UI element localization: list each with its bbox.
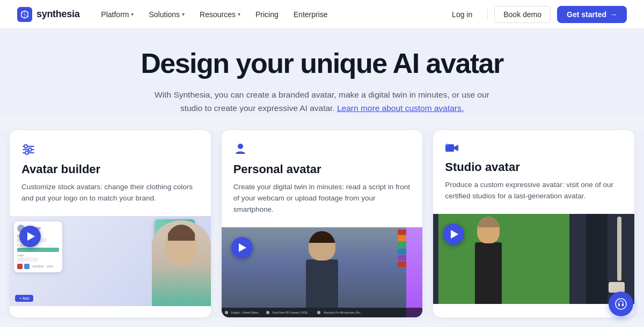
chevron-down-icon: ▾ xyxy=(131,11,134,17)
chevron-down-icon: ▾ xyxy=(238,11,240,17)
book-demo-button[interactable]: Book demo xyxy=(494,6,551,23)
svg-point-6 xyxy=(25,151,28,154)
nav-pricing[interactable]: Pricing xyxy=(249,7,285,22)
svg-point-9 xyxy=(447,144,449,146)
get-started-button[interactable]: Get started → xyxy=(557,6,627,23)
cards-section: Avatar builder Customize stock avatars: … xyxy=(0,130,644,317)
play-icon xyxy=(451,230,458,239)
nav-platform[interactable]: Platform ▾ xyxy=(94,7,140,22)
nav-solutions[interactable]: Solutions ▾ xyxy=(142,7,191,22)
chevron-down-icon: ▾ xyxy=(182,11,185,17)
headset-icon xyxy=(615,298,627,310)
support-chat-button[interactable] xyxy=(609,292,633,316)
nav-divider xyxy=(487,9,488,20)
card-title: Studio avatar xyxy=(445,160,623,174)
navbar: synthesia Platform ▾ Solutions ▾ Resourc… xyxy=(0,0,644,29)
person-icon xyxy=(233,142,411,156)
svg-point-4 xyxy=(24,145,27,148)
nav-right: Log in Book demo Get started → xyxy=(443,6,627,23)
card-personal-avatar: Personal avatar Create your digital twin… xyxy=(222,130,423,317)
synthesia-logo-icon xyxy=(17,7,32,22)
svg-point-5 xyxy=(28,148,32,151)
hero-section: Design your unique AI avatar With Synthe… xyxy=(0,29,644,115)
studio-equipment xyxy=(609,217,630,302)
play-icon xyxy=(239,243,246,252)
avatar-preview xyxy=(152,220,211,306)
arrow-icon: → xyxy=(610,10,617,19)
card-media: English - United States FaceTime HD Came… xyxy=(222,227,423,317)
card-desc: Customize stock avatars: change their cl… xyxy=(21,182,199,204)
card-content: Avatar builder Customize stock avatars: … xyxy=(10,130,211,212)
card-desc: Create your digital twin in minutes: rea… xyxy=(233,182,411,215)
card-media xyxy=(433,214,634,304)
logo[interactable]: synthesia xyxy=(17,7,79,22)
card-desc: Produce a custom expressive avatar: visi… xyxy=(445,180,623,202)
svg-point-7 xyxy=(238,144,243,149)
card-title: Personal avatar xyxy=(233,162,411,176)
logo-text: synthesia xyxy=(36,9,79,20)
play-button-3[interactable] xyxy=(443,224,464,245)
video-camera-icon xyxy=(445,142,623,154)
nav-links: Platform ▾ Solutions ▾ Resources ▾ Prici… xyxy=(94,7,443,22)
card-studio-avatar: Studio avatar Produce a custom expressiv… xyxy=(433,130,634,317)
play-button-2[interactable] xyxy=(231,237,253,258)
card-title: Avatar builder xyxy=(21,162,199,176)
svg-point-10 xyxy=(616,299,626,309)
play-button-1[interactable] xyxy=(19,226,41,247)
hero-title: Design your unique AI avatar xyxy=(13,48,631,79)
card-content: Studio avatar Produce a custom expressiv… xyxy=(433,130,634,210)
add-button[interactable]: + Add xyxy=(15,295,33,302)
card-avatar-builder: Avatar builder Customize stock avatars: … xyxy=(10,130,211,317)
studio-person xyxy=(470,215,507,304)
nav-enterprise[interactable]: Enterprise xyxy=(287,7,334,22)
card-content: Personal avatar Create your digital twin… xyxy=(222,130,423,223)
hero-link[interactable]: Learn more about custom avatars. xyxy=(337,103,464,113)
video-controls-bar: English - United States FaceTime HD Came… xyxy=(222,308,423,317)
nav-resources[interactable]: Resources ▾ xyxy=(193,7,247,22)
play-icon xyxy=(27,232,35,241)
hero-subtitle: With Synthesia, you can create a branded… xyxy=(150,88,494,115)
sliders-icon xyxy=(21,142,199,156)
card-media: AI avatar Name T-Shirt Color Logo xyxy=(10,216,211,306)
login-button[interactable]: Log in xyxy=(443,6,481,23)
